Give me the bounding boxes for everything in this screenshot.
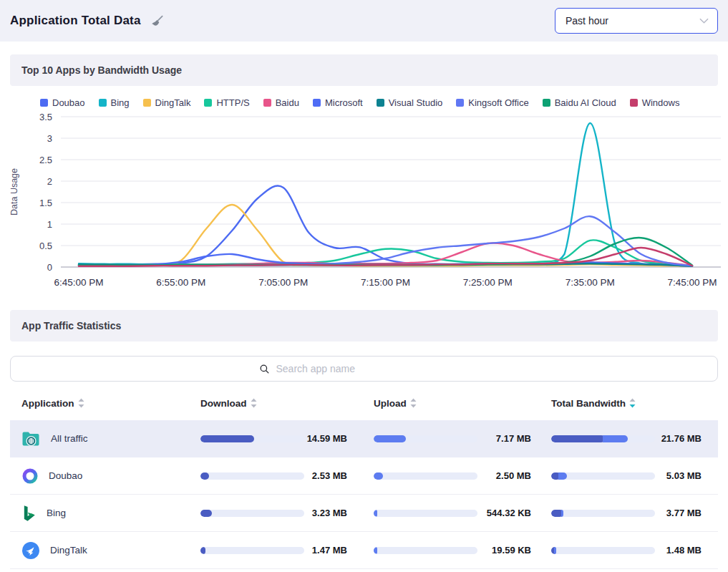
bandwidth-chart[interactable]: 00.511.522.533.56:45:00 PM6:55:00 PM7:05… <box>0 110 728 294</box>
time-range-value: Past hour <box>566 15 608 26</box>
chart-section-title: Top 10 Apps by Bandwidth Usage <box>21 64 182 76</box>
app-name: All traffic <box>51 433 88 444</box>
sort-icon <box>251 398 257 408</box>
total-bar <box>551 547 655 554</box>
svg-text:7:45:00 PM: 7:45:00 PM <box>667 277 717 288</box>
total-value: 1.48 MB <box>666 545 702 556</box>
total-value: 5.03 MB <box>666 470 702 481</box>
chart-legend: DoubaoBingDingTalkHTTP/SBaiduMicrosoftVi… <box>0 97 728 108</box>
legend-item-http-s[interactable]: HTTP/S <box>204 97 249 108</box>
svg-text:7:25:00 PM: 7:25:00 PM <box>463 277 513 288</box>
total-value: 21.76 MB <box>661 433 702 444</box>
table-section-title: App Traffic Statistics <box>21 320 121 331</box>
legend-label: Bing <box>111 97 130 108</box>
legend-swatch-icon <box>143 99 151 107</box>
sort-icon <box>78 398 84 408</box>
clean-button[interactable] <box>150 14 163 28</box>
legend-swatch-icon <box>204 99 212 107</box>
legend-swatch-icon <box>263 99 271 107</box>
legend-swatch-icon <box>40 99 48 107</box>
search-icon <box>259 364 270 374</box>
svg-text:7:35:00 PM: 7:35:00 PM <box>566 277 615 288</box>
svg-text:6:45:00 PM: 6:45:00 PM <box>54 277 103 288</box>
legend-swatch-icon <box>99 99 107 107</box>
page-title: Application Total Data <box>10 14 141 28</box>
legend-label: Doubao <box>52 97 85 108</box>
svg-text:0.5: 0.5 <box>39 241 52 251</box>
table-body: All traffic 14.59 MB 7.17 MB 21.76 MB Do… <box>0 420 728 569</box>
legend-item-doubao[interactable]: Doubao <box>40 97 85 108</box>
svg-text:3: 3 <box>47 133 52 144</box>
legend-label: Windows <box>642 97 680 108</box>
chevron-down-icon <box>699 18 709 24</box>
download-bar <box>200 510 304 517</box>
sort-icon-desc-active <box>629 398 636 408</box>
broom-icon <box>150 14 163 28</box>
time-range-select[interactable]: Past hour <box>555 8 718 34</box>
legend-swatch-icon <box>630 99 638 107</box>
upload-bar <box>374 510 477 517</box>
total-bar <box>551 510 655 517</box>
column-header-total-bandwidth[interactable]: Total Bandwidth <box>540 398 718 409</box>
legend-label: Kingsoft Office <box>468 97 528 108</box>
legend-label: Visual Studio <box>389 97 443 108</box>
search-bar <box>10 356 718 382</box>
sort-icon <box>410 398 417 408</box>
upload-value: 544.32 KB <box>487 508 531 518</box>
legend-item-windows[interactable]: Windows <box>630 97 680 108</box>
doubao-icon <box>21 467 39 485</box>
download-bar <box>200 472 304 480</box>
table-row-doubao[interactable]: Doubao 2.53 MB 2.50 MB 5.03 MB <box>10 457 718 495</box>
legend-label: Microsoft <box>325 97 363 108</box>
legend-swatch-icon <box>456 99 464 107</box>
table-row-all-traffic[interactable]: All traffic 14.59 MB 7.17 MB 21.76 MB <box>10 420 718 457</box>
app-name: Doubao <box>49 470 82 481</box>
total-value: 3.77 MB <box>666 508 702 518</box>
chart-section-header: Top 10 Apps by Bandwidth Usage <box>10 54 718 86</box>
svg-text:3.5: 3.5 <box>39 112 52 122</box>
total-bar <box>551 435 655 442</box>
legend-item-visual-studio[interactable]: Visual Studio <box>377 97 443 108</box>
bing-icon <box>21 505 37 522</box>
download-bar <box>200 547 304 554</box>
svg-text:0: 0 <box>47 262 52 273</box>
legend-item-dingtalk[interactable]: DingTalk <box>143 97 191 108</box>
upload-bar <box>374 472 477 480</box>
legend-label: Baidu AI Cloud <box>555 97 616 108</box>
upload-bar <box>374 435 477 442</box>
table-section-header: App Traffic Statistics <box>10 310 718 341</box>
legend-swatch-icon <box>543 99 550 107</box>
upload-value: 19.59 KB <box>492 545 531 556</box>
app-name: DingTalk <box>50 545 87 556</box>
svg-text:2.5: 2.5 <box>39 155 52 165</box>
legend-item-microsoft[interactable]: Microsoft <box>313 97 363 108</box>
download-value: 3.23 MB <box>312 508 347 518</box>
chart-area: 00.511.522.533.56:45:00 PM6:55:00 PM7:05… <box>0 110 728 294</box>
legend-item-bing[interactable]: Bing <box>99 97 130 108</box>
legend-swatch-icon <box>313 99 321 107</box>
table-header: Application Download Upload Total Bandwi… <box>10 389 718 417</box>
svg-text:7:15:00 PM: 7:15:00 PM <box>361 277 410 288</box>
svg-text:2: 2 <box>47 176 52 187</box>
legend-item-baidu[interactable]: Baidu <box>263 97 299 108</box>
download-value: 2.53 MB <box>312 470 347 481</box>
app-name: Bing <box>47 508 66 518</box>
download-bar <box>200 435 304 442</box>
legend-label: DingTalk <box>155 97 191 108</box>
table-row-bing[interactable]: Bing 3.23 MB 544.32 KB 3.77 MB <box>10 495 718 532</box>
upload-value: 7.17 MB <box>496 433 531 444</box>
total-bar <box>551 472 655 480</box>
column-header-application[interactable]: Application <box>10 398 189 409</box>
column-header-download[interactable]: Download <box>189 398 366 409</box>
column-header-upload[interactable]: Upload <box>366 398 540 409</box>
search-input[interactable] <box>276 363 470 374</box>
svg-text:Data Usage: Data Usage <box>9 168 19 215</box>
top-bar: Application Total Data Past hour <box>0 0 728 42</box>
all-traffic-icon <box>21 430 41 448</box>
legend-item-baidu-ai-cloud[interactable]: Baidu AI Cloud <box>543 97 616 108</box>
legend-item-kingsoft-office[interactable]: Kingsoft Office <box>456 97 528 108</box>
svg-text:6:55:00 PM: 6:55:00 PM <box>156 277 205 288</box>
table-row-dingtalk[interactable]: DingTalk 1.47 MB 19.59 KB 1.48 MB <box>10 532 718 569</box>
legend-label: Baidu <box>276 97 299 108</box>
download-value: 1.47 MB <box>312 545 347 556</box>
